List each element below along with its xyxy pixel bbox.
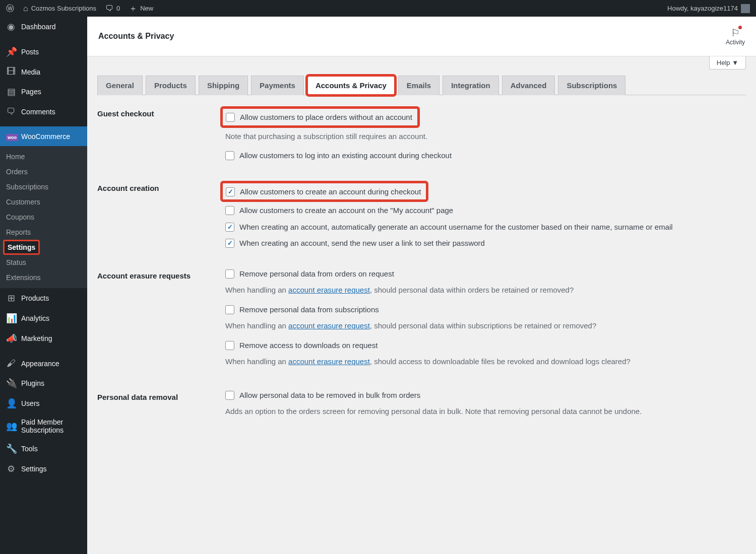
checkbox-erase-orders[interactable]: [225, 269, 234, 279]
bulk-remove-text: Allow personal data to be removed in bul…: [239, 390, 420, 401]
page-header: Accounts & Privacy ⚐ Activity: [87, 17, 756, 56]
submenu-home[interactable]: Home: [0, 149, 87, 164]
howdy-text: Howdy, kayazogize1174: [667, 5, 738, 12]
submenu-status[interactable]: Status: [0, 255, 87, 270]
checkbox-create-myaccount[interactable]: [225, 206, 234, 215]
tab-payments[interactable]: Payments: [251, 76, 304, 95]
settings-tabs: General Products Shipping Payments Accou…: [97, 76, 746, 95]
checkbox-bulk-remove[interactable]: [225, 391, 234, 400]
sidebar-tools[interactable]: 🔧Tools: [0, 439, 87, 459]
products-icon: ⊞: [6, 293, 16, 304]
settings-icon: ⚙: [6, 463, 16, 474]
guest-orders-note: Note that purchasing a subscription stil…: [225, 131, 746, 143]
guest-checkout-label: Guest checkout: [97, 106, 225, 118]
sidebar-paid-member[interactable]: 👥Paid Member Subscriptions: [0, 413, 87, 439]
account-creation-label: Account creation: [97, 181, 225, 192]
tab-advanced[interactable]: Advanced: [502, 76, 555, 95]
create-checkout-text: Allow customers to create an account dur…: [240, 186, 421, 198]
dashboard-icon: ◉: [6, 21, 16, 32]
site-name-link[interactable]: ⌂Cozmos Subscriptions: [23, 5, 96, 13]
auto-username-text: When creating an account, automatically …: [239, 222, 673, 233]
guest-login-text: Allow customers to log into an existing …: [239, 150, 452, 162]
section-removal: Personal data removal Allow personal dat…: [97, 390, 746, 426]
create-myaccount-text: Allow customers to create an account on …: [239, 205, 453, 217]
submenu-reports[interactable]: Reports: [0, 225, 87, 240]
marketing-icon: 📣: [6, 333, 16, 344]
admin-bar: ⓦ ⌂Cozmos Subscriptions 🗨0 ＋New Howdy, k…: [0, 0, 756, 17]
users-icon: 👤: [6, 398, 16, 409]
erase-downloads-text: Remove access to downloads on request: [239, 340, 377, 352]
submenu-customers[interactable]: Customers: [0, 194, 87, 210]
sidebar-products[interactable]: ⊞Products: [0, 288, 87, 308]
analytics-icon: 📊: [6, 313, 16, 324]
submenu-extensions[interactable]: Extensions: [0, 270, 87, 285]
site-name-text: Cozmos Subscriptions: [31, 5, 96, 12]
erasure-link-2[interactable]: account erasure request: [288, 321, 370, 330]
tab-integration[interactable]: Integration: [443, 76, 499, 95]
checkbox-password-link[interactable]: ✓: [225, 239, 234, 248]
checkbox-auto-username[interactable]: ✓: [225, 223, 234, 232]
removal-label: Personal data removal: [97, 390, 225, 401]
guest-orders-text: Allow customers to place orders without …: [240, 112, 412, 123]
activity-panel[interactable]: ⚐ Activity: [726, 27, 745, 46]
tab-emails[interactable]: Emails: [398, 76, 439, 95]
checkbox-create-checkout[interactable]: ✓: [226, 187, 235, 196]
sidebar-users[interactable]: 👤Users: [0, 393, 87, 413]
erase-orders-note: When handling an account erasure request…: [225, 285, 746, 296]
activity-label: Activity: [726, 39, 745, 46]
help-tab[interactable]: Help ▼: [709, 56, 746, 70]
comments-link[interactable]: 🗨0: [105, 5, 120, 13]
comments-count: 0: [116, 5, 120, 12]
erasure-link-3[interactable]: account erasure request: [288, 357, 370, 366]
pin-icon: 📌: [6, 46, 16, 57]
new-link[interactable]: ＋New: [129, 5, 153, 13]
sidebar-appearance[interactable]: 🖌Appearance: [0, 354, 87, 373]
woo-icon: woo: [6, 131, 16, 142]
submenu-orders[interactable]: Orders: [0, 164, 87, 179]
sidebar-dashboard[interactable]: ◉Dashboard: [0, 17, 87, 37]
notification-dot: [738, 26, 742, 29]
woocommerce-submenu: Home Orders Subscriptions Customers Coup…: [0, 146, 87, 288]
home-icon: ⌂: [23, 5, 28, 13]
tab-subscriptions[interactable]: Subscriptions: [558, 76, 625, 95]
sidebar-woocommerce[interactable]: wooWooCommerce: [0, 126, 87, 146]
tab-general[interactable]: General: [97, 76, 143, 95]
sidebar-settings[interactable]: ⚙Settings: [0, 459, 87, 479]
comment-icon: 🗨: [105, 5, 113, 13]
erasure-label: Account erasure requests: [97, 268, 225, 280]
paid-member-icon: 👥: [6, 421, 16, 432]
submenu-coupons[interactable]: Coupons: [0, 210, 87, 225]
pages-icon: ▤: [6, 86, 16, 97]
erase-subs-note: When handling an account erasure request…: [225, 320, 746, 332]
sidebar-analytics[interactable]: 📊Analytics: [0, 308, 87, 328]
erase-downloads-note: When handling an account erasure request…: [225, 356, 746, 368]
erase-subs-text: Remove personal data from subscriptions: [239, 304, 379, 316]
section-erasure: Account erasure requests Remove personal…: [97, 268, 746, 376]
plus-icon: ＋: [129, 5, 137, 13]
plugins-icon: 🔌: [6, 378, 16, 389]
section-guest-checkout: Guest checkout Allow customers to place …: [97, 106, 746, 167]
sidebar-posts[interactable]: 📌Posts: [0, 42, 87, 62]
sidebar-pages[interactable]: ▤Pages: [0, 82, 87, 102]
submenu-subscriptions[interactable]: Subscriptions: [0, 179, 87, 194]
tab-products[interactable]: Products: [146, 76, 196, 95]
checkbox-erase-downloads[interactable]: [225, 341, 234, 350]
highlight-create-checkout: ✓ Allow customers to create an account d…: [220, 181, 428, 202]
sidebar-plugins[interactable]: 🔌Plugins: [0, 373, 87, 393]
checkbox-erase-subscriptions[interactable]: [225, 305, 234, 314]
tab-accounts-privacy[interactable]: Accounts & Privacy: [307, 76, 395, 95]
checkbox-guest-login[interactable]: [225, 151, 234, 160]
tab-shipping[interactable]: Shipping: [199, 76, 248, 95]
sidebar-marketing[interactable]: 📣Marketing: [0, 328, 87, 349]
erasure-link-1[interactable]: account erasure request: [288, 286, 370, 294]
tools-icon: 🔧: [6, 443, 16, 454]
submenu-settings[interactable]: Settings: [3, 240, 40, 255]
avatar-icon: [741, 4, 750, 13]
erase-orders-text: Remove personal data from orders on requ…: [239, 268, 394, 280]
password-link-text: When creating an account, send the new u…: [239, 238, 485, 249]
sidebar-comments[interactable]: 🗨Comments: [0, 102, 87, 121]
sidebar-media[interactable]: 🎞Media: [0, 62, 87, 82]
checkbox-guest-orders[interactable]: [226, 113, 235, 122]
howdy-link[interactable]: Howdy, kayazogize1174: [667, 4, 750, 13]
wp-logo[interactable]: ⓦ: [6, 5, 14, 13]
